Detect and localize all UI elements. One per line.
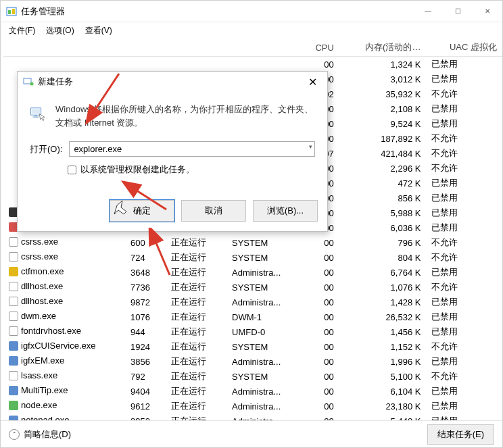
svg-rect-2 [12,9,15,14]
table-row[interactable]: csrss.exe600正在运行SYSTEM00796 K不允许 [3,235,502,250]
col-mem[interactable]: 内存(活动的… [339,39,427,57]
process-icon [9,371,18,380]
menubar: 文件(F) 选项(O) 查看(V) [1,22,502,39]
table-row[interactable]: notepad.exe3952正在运行Administra...005,440 … [3,414,502,420]
dialog-title: 新建任务 [38,76,303,88]
svg-rect-1 [8,10,11,14]
menu-options[interactable]: 选项(O) [42,24,78,38]
menu-file[interactable]: 文件(F) [5,24,39,38]
table-row[interactable]: igfxEM.exe3856正在运行Administra...001,996 K… [3,354,502,369]
process-icon [9,282,18,291]
cancel-button[interactable]: 取消 [181,200,246,222]
table-row[interactable]: ctfmon.exe3648正在运行Administra...006,764 K… [3,265,502,280]
close-button[interactable]: ✕ [473,1,502,22]
svg-rect-8 [33,117,39,118]
dialog-description: Windows 将根据你所键入的名称，为你打开相应的程序、文件夹、文档或 Int… [55,103,315,129]
svg-rect-7 [34,116,38,117]
ok-button[interactable]: 确定 [110,200,174,222]
process-icon [9,267,18,276]
new-task-dialog: 新建任务 ✕ Windows 将根据你所键入的名称，为你打开相应的程序、文件夹、… [17,71,328,232]
titlebar: 任务管理器 — ☐ ✕ [1,1,502,22]
process-icon [9,237,18,247]
task-manager-icon [6,6,17,17]
svg-rect-6 [32,109,40,114]
browse-button[interactable]: 浏览(B)... [253,200,318,222]
window-title: 任务管理器 [21,5,413,18]
table-row[interactable]: dwm.exe1076正在运行DWM-10026,532 K已禁用 [3,309,502,324]
table-row[interactable]: MultiTip.exe9404正在运行Administra...006,104… [3,384,502,399]
admin-checkbox-label: 以系统管理权限创建此任务。 [80,164,195,176]
menu-view[interactable]: 查看(V) [81,24,116,38]
table-row[interactable]: csrss.exe724正在运行SYSTEM00804 K不允许 [3,250,502,265]
process-icon [9,416,18,421]
admin-checkbox[interactable] [68,166,76,174]
process-icon [9,386,18,395]
table-row[interactable]: lsass.exe792正在运行SYSTEM005,100 K不允许 [3,369,502,384]
chevron-up-icon: ˄ [9,429,20,440]
table-row[interactable]: dllhost.exe9872正在运行Administra...001,428 … [3,295,502,309]
table-row[interactable]: fontdrvhost.exe944正在运行UMFD-0001,456 K已禁用 [3,324,502,339]
process-icon [9,252,18,262]
open-label: 打开(O): [30,143,62,155]
table-row[interactable]: node.exe9612正在运行Administra...0023,180 K已… [3,399,502,414]
minimize-button[interactable]: — [413,1,443,22]
dialog-titlebar: 新建任务 ✕ [18,72,327,92]
dialog-close-button[interactable]: ✕ [303,76,322,89]
col-uac[interactable]: UAC 虚拟化 [426,39,502,57]
process-icon [9,312,18,321]
open-input[interactable] [69,141,315,157]
process-icon [9,297,18,306]
process-icon [9,401,18,410]
process-icon [9,326,18,336]
process-icon [9,356,18,366]
brief-info-button[interactable]: ˄ 简略信息(D) [9,428,71,441]
run-big-icon [30,103,46,124]
table-row[interactable]: 001,324 K已禁用 [3,57,502,72]
footer: ˄ 简略信息(D) 结束任务(E) [1,420,502,447]
col-cpu[interactable]: CPU [301,39,339,57]
table-row[interactable]: dllhost.exe7736正在运行SYSTEM001,076 K不允许 [3,280,502,295]
table-row[interactable]: igfxCUIService.exe1924正在运行SYSTEM001,152 … [3,339,502,354]
svg-point-4 [30,82,34,86]
maximize-button[interactable]: ☐ [443,1,473,22]
end-task-button[interactable]: 结束任务(E) [427,424,494,445]
svg-rect-3 [24,78,31,84]
process-icon [9,341,18,351]
run-icon [23,76,34,87]
